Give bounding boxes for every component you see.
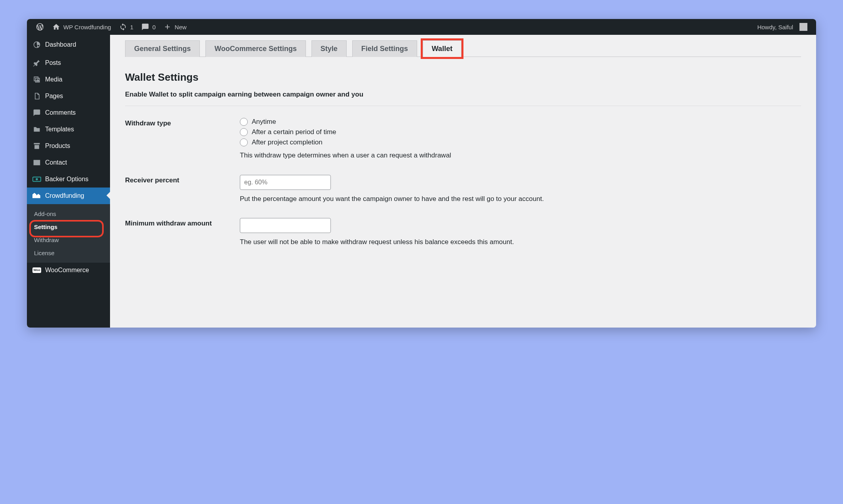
receiver-percent-input[interactable] xyxy=(240,175,331,190)
avatar-icon xyxy=(799,23,807,31)
account-link[interactable]: Howdy, Saiful xyxy=(753,19,811,35)
howdy-text: Howdy, Saiful xyxy=(757,24,793,30)
svg-point-2 xyxy=(36,178,38,180)
field-withdraw-type: Withdraw type Anytime After a certain pe… xyxy=(125,118,801,161)
withdraw-type-option-after-completion[interactable]: After project completion xyxy=(240,138,801,146)
new-content-link[interactable]: New xyxy=(159,19,190,35)
radio-icon xyxy=(240,138,248,146)
sidebar-item-woocommerce[interactable]: Woo WooCommerce xyxy=(27,263,110,278)
sidebar-item-backer-options[interactable]: Backer Options xyxy=(27,171,110,188)
field-receiver-percent: Receiver percent Put the percentage amou… xyxy=(125,175,801,204)
min-withdraw-label: Minimum withdraw amount xyxy=(125,218,240,247)
page-title: Wallet Settings xyxy=(125,71,801,83)
dashboard-icon xyxy=(32,40,41,49)
sidebar-label: Templates xyxy=(45,126,74,133)
withdraw-type-option-after-period[interactable]: After a certain period of time xyxy=(240,128,801,136)
plus-icon xyxy=(163,23,171,31)
sidebar-label: Products xyxy=(45,142,70,150)
sidebar-label: Backer Options xyxy=(45,176,88,183)
page-description: Enable Wallet to split campaign earning … xyxy=(125,91,801,99)
update-icon xyxy=(119,23,127,31)
submenu-item-addons[interactable]: Add-ons xyxy=(27,207,110,220)
sidebar-item-templates[interactable]: Templates xyxy=(27,121,110,138)
sidebar-item-pages[interactable]: Pages xyxy=(27,88,110,104)
sidebar-label: Pages xyxy=(45,93,63,100)
field-min-withdraw: Minimum withdraw amount The user will no… xyxy=(125,218,801,247)
sidebar-label: Posts xyxy=(45,59,61,66)
archive-icon xyxy=(32,142,41,150)
wordpress-icon xyxy=(36,23,44,31)
tab-field-settings[interactable]: Field Settings xyxy=(352,40,417,57)
tab-woocommerce-settings[interactable]: WooCommerce Settings xyxy=(205,40,306,57)
sidebar-item-posts[interactable]: Posts xyxy=(27,53,110,71)
updates-link[interactable]: 1 xyxy=(115,19,137,35)
houses-icon xyxy=(32,191,41,200)
sidebar-label: Media xyxy=(45,76,63,83)
wp-admin-frame: WP Crowdfunding 1 0 New Howdy, Saiful Da… xyxy=(27,19,816,328)
sidebar-item-comments[interactable]: Comments xyxy=(27,104,110,121)
receiver-percent-help: Put the percentage amount you want the c… xyxy=(240,194,801,204)
tab-general-settings[interactable]: General Settings xyxy=(125,40,200,57)
submenu-item-withdraw[interactable]: Withdraw xyxy=(27,233,110,246)
sidebar-item-products[interactable]: Products xyxy=(27,138,110,154)
woo-icon: Woo xyxy=(32,267,41,273)
money-icon xyxy=(32,175,41,184)
pin-icon xyxy=(32,59,41,67)
sidebar-submenu: Add-ons Settings Withdraw License xyxy=(27,204,110,263)
folder-icon xyxy=(32,125,41,134)
sidebar-label: Crowdfunding xyxy=(45,192,84,199)
sidebar-item-contact[interactable]: Contact xyxy=(27,154,110,171)
comments-link[interactable]: 0 xyxy=(137,19,159,35)
active-pointer-icon xyxy=(106,191,110,199)
submenu-item-license[interactable]: License xyxy=(27,246,110,260)
sidebar-item-media[interactable]: Media xyxy=(27,71,110,88)
sidebar-item-dashboard[interactable]: Dashboard xyxy=(27,35,110,53)
site-title: WP Crowdfunding xyxy=(63,24,111,30)
radio-icon xyxy=(240,128,248,136)
withdraw-type-label: Withdraw type xyxy=(125,118,240,161)
divider xyxy=(125,106,801,106)
comment-icon xyxy=(32,108,41,117)
min-withdraw-input[interactable] xyxy=(240,218,331,233)
comments-count: 0 xyxy=(152,24,156,30)
updates-count: 1 xyxy=(130,24,133,30)
admin-bar: WP Crowdfunding 1 0 New Howdy, Saiful xyxy=(27,19,816,35)
wp-logo[interactable] xyxy=(32,19,48,35)
settings-tabs: General Settings WooCommerce Settings St… xyxy=(125,40,801,57)
comment-icon xyxy=(141,23,149,31)
sidebar-label: Contact xyxy=(45,159,67,166)
withdraw-type-option-anytime[interactable]: Anytime xyxy=(240,118,801,126)
svg-point-0 xyxy=(37,80,38,81)
radio-icon xyxy=(240,118,248,126)
site-home-link[interactable]: WP Crowdfunding xyxy=(48,19,115,35)
pages-icon xyxy=(32,92,41,100)
sidebar-label: Dashboard xyxy=(45,41,76,48)
receiver-percent-label: Receiver percent xyxy=(125,175,240,204)
new-label: New xyxy=(175,24,186,30)
min-withdraw-help: The user will not be able to make withdr… xyxy=(240,237,801,247)
tab-style[interactable]: Style xyxy=(311,40,347,57)
sidebar-label: Comments xyxy=(45,109,76,116)
tab-wallet[interactable]: Wallet xyxy=(423,40,461,57)
mail-icon xyxy=(32,158,41,167)
content-area: General Settings WooCommerce Settings St… xyxy=(110,35,816,328)
admin-sidebar: Dashboard Posts Media Pages Comments Tem… xyxy=(27,35,110,328)
home-icon xyxy=(52,23,60,31)
sidebar-item-crowdfunding[interactable]: Crowdfunding xyxy=(27,188,110,204)
submenu-item-settings[interactable]: Settings xyxy=(27,220,110,233)
media-icon xyxy=(32,75,41,84)
sidebar-label: WooCommerce xyxy=(45,267,89,274)
withdraw-type-help: This withdraw type determines when a use… xyxy=(240,150,801,161)
